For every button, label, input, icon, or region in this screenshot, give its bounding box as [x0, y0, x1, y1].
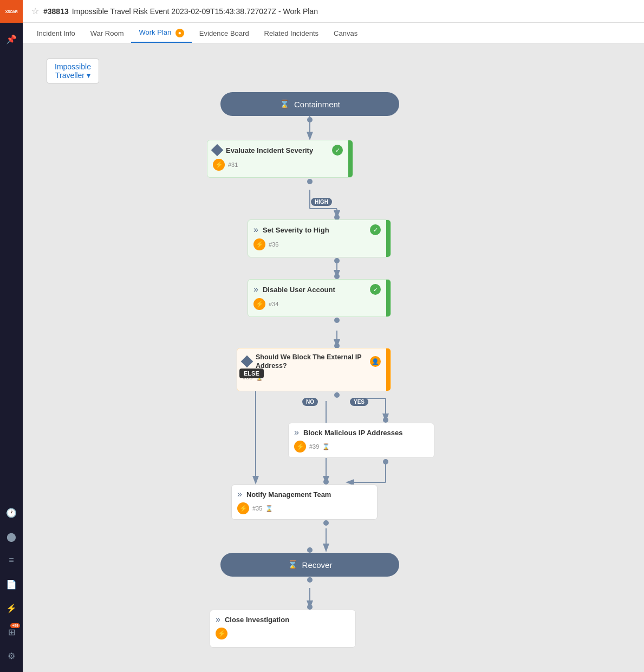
green-bar-disable	[386, 280, 391, 316]
set-severity-node[interactable]: » Set Severity to High ✓ ⚡ #36	[248, 219, 391, 257]
grid-icon[interactable]: ⊞ +99	[2, 622, 21, 642]
recover-node[interactable]: ⌛ Recover	[220, 553, 399, 577]
bolt-block-malicious: ⚡	[294, 441, 306, 453]
bolt-severity: ⚡	[253, 238, 265, 250]
chevron-set-severity: »	[253, 225, 258, 235]
logo: XSOAR	[0, 0, 23, 23]
tab-bar: Incident Info War Room Work Plan ● Evide…	[23, 23, 644, 43]
diamond-block	[241, 356, 253, 368]
clock-icon[interactable]: 🕐	[2, 503, 21, 522]
connector-dot-8	[334, 392, 340, 398]
connector-dot-10	[383, 459, 388, 464]
person-block: 👤	[370, 356, 381, 367]
check-icon-severity: ✓	[370, 224, 381, 235]
orange-bar-block	[386, 348, 391, 391]
connector-dot-12	[323, 520, 329, 526]
connector-dot-15	[307, 604, 313, 610]
star-icon[interactable]: ☆	[31, 6, 39, 16]
yes-label: YES	[350, 398, 368, 406]
block-malicious-node[interactable]: » Block Malicious IP Addresses ⚡ #39 ⌛	[288, 423, 434, 458]
bolt-close: ⚡	[216, 628, 227, 639]
tab-war-room[interactable]: War Room	[83, 25, 132, 43]
check-icon-evaluate: ✓	[332, 145, 343, 156]
tab-canvas[interactable]: Canvas	[326, 25, 365, 43]
tab-incident-info[interactable]: Incident Info	[29, 25, 83, 43]
else-label: ELSE	[239, 369, 264, 378]
connector-dot-9	[383, 417, 388, 423]
bolt-notify: ⚡	[237, 502, 249, 514]
connector-dot-14	[307, 577, 313, 583]
incident-id: #38813	[43, 7, 69, 16]
page-title: Impossible Travel Risk Event 2023-02-09T…	[72, 7, 318, 16]
diamond-icon	[211, 144, 224, 157]
tab-related-incidents[interactable]: Related Incidents	[257, 25, 326, 43]
high-label: HIGH	[311, 198, 332, 206]
circle-icon[interactable]: ⬤	[2, 527, 21, 546]
connector-dot-1	[307, 117, 313, 122]
tab-evidence-board[interactable]: Evidence Board	[192, 25, 257, 43]
check-icon-disable: ✓	[370, 284, 381, 295]
notify-mgmt-node[interactable]: » Notify Management Team ⚡ #35 ⌛	[231, 484, 378, 520]
main-canvas: Impossible Traveller ▾	[23, 43, 644, 672]
bolt-evaluate: ⚡	[213, 159, 225, 171]
sidebar: XSOAR 📌 🕐 ⬤ ≡ 📄 ⚡ ⊞ +99 ⚙	[0, 0, 23, 672]
playbook-dropdown[interactable]: Impossible Traveller ▾	[47, 59, 99, 83]
green-bar-evaluate	[348, 140, 353, 177]
connector-dot-6	[334, 318, 340, 323]
bolt-sidebar-icon[interactable]: ⚡	[2, 598, 21, 618]
doc-icon[interactable]: 📄	[2, 574, 21, 594]
pin-icon[interactable]: 📌	[2, 29, 21, 49]
close-investigation-node[interactable]: » Close Investigation ⚡	[210, 610, 356, 648]
containment-node[interactable]: ⌛ Containment	[220, 92, 399, 116]
chevron-notify: »	[237, 489, 242, 499]
settings-icon[interactable]: ⚙	[2, 646, 21, 665]
chevron-disable-user: »	[253, 285, 258, 294]
connector-dot-5	[334, 274, 340, 279]
tab-work-plan[interactable]: Work Plan ●	[131, 24, 191, 43]
chevron-close: »	[216, 615, 220, 624]
chevron-block-malicious: »	[294, 428, 299, 437]
connector-dot-4	[334, 258, 340, 263]
green-bar-severity	[386, 220, 391, 257]
evaluate-node[interactable]: Evaluate Incident Severity ✓ ⚡ #31	[207, 140, 353, 178]
disable-user-node[interactable]: » Disable User Account ✓ ⚡ #34	[248, 279, 391, 317]
filter-icon[interactable]: ≡	[2, 551, 21, 570]
header: ☆ #38813 Impossible Travel Risk Event 20…	[23, 0, 644, 23]
no-label: NO	[302, 398, 318, 406]
flow-canvas: ⌛ Containment Evaluate Incident Severity…	[23, 43, 644, 672]
connector-dot-2	[307, 179, 313, 184]
bolt-disable: ⚡	[253, 298, 265, 310]
connector-dot-13	[307, 547, 313, 553]
connector-dot-11	[323, 479, 329, 484]
